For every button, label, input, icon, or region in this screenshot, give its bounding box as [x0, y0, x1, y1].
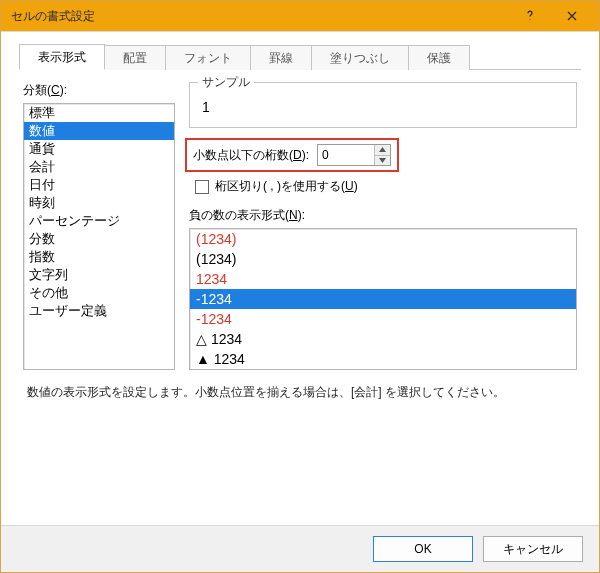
sample-frame: サンプル 1 — [189, 82, 577, 128]
tab-罫線[interactable]: 罫線 — [250, 45, 312, 70]
spinner-down[interactable] — [375, 156, 390, 166]
negative-item[interactable]: ▲ 1234 — [190, 349, 576, 369]
category-item[interactable]: 標準 — [24, 104, 174, 122]
close-icon — [566, 10, 578, 22]
description-text: 数値の表示形式を設定します。小数点位置を揃える場合は、[会計] を選択してくださ… — [27, 384, 573, 401]
help-icon — [524, 10, 536, 22]
category-item[interactable]: 文字列 — [24, 266, 174, 284]
negative-item[interactable]: (1234) — [190, 249, 576, 269]
category-item[interactable]: 会計 — [24, 158, 174, 176]
negative-label: 負の数の表示形式(N): — [189, 207, 577, 224]
columns: 分類(C): 標準数値通貨会計日付時刻パーセンテージ分数指数文字列その他ユーザー… — [23, 82, 577, 370]
dialog-footer: OK キャンセル — [1, 525, 599, 572]
category-item[interactable]: 通貨 — [24, 140, 174, 158]
titlebar: セルの書式設定 — [1, 1, 599, 31]
dialog-body: 表示形式配置フォント罫線塗りつぶし保護 分類(C): 標準数値通貨会計日付時刻パ… — [1, 31, 599, 525]
category-item[interactable]: ユーザー定義 — [24, 302, 174, 320]
decimal-spinner[interactable] — [317, 144, 391, 166]
tab-panel-format: 分類(C): 標準数値通貨会計日付時刻パーセンテージ分数指数文字列その他ユーザー… — [17, 70, 583, 515]
negative-item[interactable]: -1234 — [190, 289, 576, 309]
category-label: 分類(C): — [23, 82, 175, 99]
thousands-label: 桁区切り( , )を使用する(U) — [215, 178, 358, 195]
negative-item[interactable]: (1234) — [190, 229, 576, 249]
decimal-input[interactable] — [318, 145, 374, 165]
negative-item[interactable]: △ 1234 — [190, 329, 576, 349]
chevron-up-icon — [379, 147, 386, 152]
spinner-up[interactable] — [375, 145, 390, 156]
tabstrip: 表示形式配置フォント罫線塗りつぶし保護 — [19, 46, 581, 70]
negative-listbox[interactable]: (1234)(1234)1234-1234-1234△ 1234▲ 1234 — [189, 228, 577, 370]
help-button[interactable] — [509, 2, 551, 30]
spinner-buttons — [374, 145, 390, 165]
chevron-down-icon — [379, 158, 386, 163]
window-title: セルの書式設定 — [11, 8, 509, 25]
decimal-label: 小数点以下の桁数(D): — [193, 147, 309, 164]
cancel-button[interactable]: キャンセル — [483, 536, 583, 562]
category-column: 分類(C): 標準数値通貨会計日付時刻パーセンテージ分数指数文字列その他ユーザー… — [23, 82, 175, 370]
sample-legend: サンプル — [198, 74, 254, 91]
category-item[interactable]: パーセンテージ — [24, 212, 174, 230]
category-item[interactable]: 指数 — [24, 248, 174, 266]
category-listbox[interactable]: 標準数値通貨会計日付時刻パーセンテージ分数指数文字列その他ユーザー定義 — [23, 103, 175, 370]
ok-button[interactable]: OK — [373, 536, 473, 562]
thousands-checkbox[interactable] — [195, 180, 209, 194]
category-item[interactable]: 時刻 — [24, 194, 174, 212]
decimal-places-group: 小数点以下の桁数(D): — [189, 138, 577, 178]
tab-配置[interactable]: 配置 — [104, 45, 166, 70]
tab-保護[interactable]: 保護 — [408, 45, 470, 70]
category-item[interactable]: 数値 — [24, 122, 174, 140]
negative-item[interactable]: -1234 — [190, 309, 576, 329]
dialog-window: セルの書式設定 表示形式配置フォント罫線塗りつぶし保護 分類(C): 標準数値通… — [0, 0, 600, 573]
tab-塗りつぶし[interactable]: 塗りつぶし — [311, 45, 409, 70]
negative-item[interactable]: 1234 — [190, 269, 576, 289]
tab-表示形式[interactable]: 表示形式 — [19, 44, 105, 70]
thousands-row[interactable]: 桁区切り( , )を使用する(U) — [195, 178, 577, 195]
category-item[interactable]: その他 — [24, 284, 174, 302]
settings-column: サンプル 1 小数点以下の桁数(D): — [189, 82, 577, 370]
category-item[interactable]: 日付 — [24, 176, 174, 194]
sample-value: 1 — [200, 97, 566, 117]
close-button[interactable] — [551, 2, 593, 30]
tab-フォント[interactable]: フォント — [165, 45, 251, 70]
category-item[interactable]: 分数 — [24, 230, 174, 248]
